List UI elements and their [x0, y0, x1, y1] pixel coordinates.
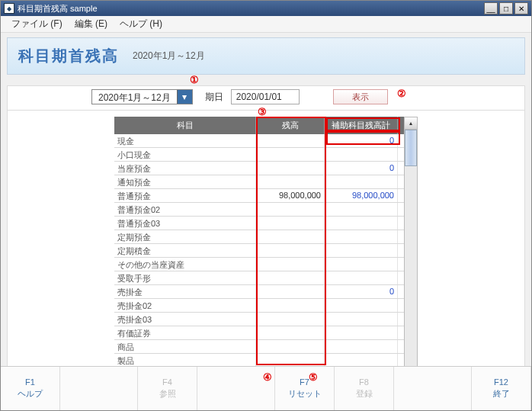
cell-account: 現金 [114, 134, 256, 147]
cell-account: 当座預金 [114, 162, 256, 175]
table-row[interactable]: 売掛金0 [114, 285, 404, 299]
cell-balance[interactable] [256, 285, 325, 298]
cell-account: 製品 [114, 354, 256, 366]
v-scroll-up-icon[interactable]: ▴ [405, 117, 417, 130]
cell-sub-balance [325, 326, 398, 339]
fkey-num: F4 [162, 377, 172, 387]
table-row[interactable]: 普通預金03 [114, 217, 404, 230]
window-title: 科目期首残高 sample [18, 3, 484, 14]
cell-balance[interactable] [256, 299, 325, 312]
cell-sub-balance [325, 299, 398, 312]
menu-help[interactable]: ヘルプ (H) [114, 16, 168, 32]
page-subtitle: 2020年1月～12月 [133, 50, 205, 63]
fkey-label: 終了 [493, 388, 510, 400]
cell-balance[interactable] [256, 230, 325, 243]
cell-account: 有価証券 [114, 326, 256, 339]
annotation-1: ① [190, 74, 199, 85]
v-scroll-thumb[interactable] [405, 130, 417, 166]
cell-account: 定期積金 [114, 244, 256, 257]
table-row[interactable]: 受取手形 [114, 271, 404, 285]
table-area: ③ 科目 残高 補助科目残高計 現金0小口現金当座預金0通知預金普通預金98,0… [7, 110, 525, 366]
menu-edit[interactable]: 編集 (E) [69, 16, 114, 32]
cell-account: 普通預金02 [114, 203, 256, 216]
cell-balance[interactable] [256, 326, 325, 339]
show-button[interactable]: 表示 [333, 89, 388, 104]
table-row[interactable]: 商品 [114, 340, 404, 354]
titlebar: ◆ 科目期首残高 sample __ □ ✕ [1, 1, 531, 16]
menu-file[interactable]: ファイル (F) [5, 16, 69, 32]
table-row[interactable]: 売掛金02 [114, 299, 404, 313]
cell-balance[interactable] [256, 148, 325, 161]
cell-sub-balance: 0 [325, 162, 398, 175]
cell-sub-balance [325, 258, 398, 271]
cell-balance[interactable]: 98,000,000 [256, 189, 325, 202]
grid-header: 科目 残高 補助科目残高計 [114, 117, 404, 134]
table-row[interactable]: 売掛金03 [114, 313, 404, 326]
period-dropdown-icon[interactable]: ▾ [177, 90, 192, 104]
cell-balance[interactable] [256, 244, 325, 257]
cell-balance[interactable] [256, 354, 325, 366]
function-key-bar: F1 ヘルプ F4 参照 ④ F7 リセット ⑤ F8 登録 F12 終了 [1, 366, 531, 410]
cell-sub-balance [325, 217, 398, 230]
table-row[interactable]: 有価証券 [114, 326, 404, 340]
date-input[interactable]: 2020/01/01 [231, 89, 300, 104]
fkey-f7[interactable]: F7 リセット [275, 367, 335, 410]
col-header-account: 科目 [114, 117, 256, 134]
v-scroll-track[interactable] [405, 166, 417, 366]
fkey-f8: F8 登録 [335, 367, 394, 410]
table-row[interactable]: 製品 [114, 354, 404, 366]
cell-sub-balance: 0 [325, 285, 398, 298]
table-row[interactable]: 定期預金 [114, 230, 404, 244]
table-row[interactable]: その他の当座資産 [114, 258, 404, 271]
table-row[interactable]: 普通預金98,000,00098,000,000 [114, 189, 404, 203]
cell-account: 定期預金 [114, 230, 256, 243]
fkey-label: 登録 [356, 388, 373, 400]
col-header-balance: 残高 [256, 117, 325, 134]
fkey-f4: F4 参照 [138, 367, 197, 410]
content-area: 科目期首残高 2020年1月～12月 ① ② 2020年1月～12月 ▾ 期日 … [1, 33, 531, 366]
page-title: 科目期首残高 [18, 46, 119, 66]
cell-account: 普通預金03 [114, 217, 256, 230]
cell-balance[interactable] [256, 203, 325, 216]
close-button[interactable]: ✕ [514, 2, 528, 14]
table-row[interactable]: 普通預金02 [114, 203, 404, 217]
col-header-sub-balance: 補助科目残高計 [325, 117, 398, 134]
table-row[interactable]: 当座預金0 [114, 162, 404, 175]
cell-balance[interactable] [256, 258, 325, 271]
cell-balance[interactable] [256, 134, 325, 147]
cell-balance[interactable] [256, 271, 325, 284]
table-row[interactable]: 現金0 [114, 134, 404, 148]
fkey-num: F7 [300, 377, 309, 387]
cell-account: 受取手形 [114, 271, 256, 284]
fkey-label: リセット [288, 388, 322, 400]
grid-main: 科目 残高 補助科目残高計 現金0小口現金当座預金0通知預金普通預金98,000… [114, 117, 404, 366]
cell-balance[interactable] [256, 217, 325, 230]
cell-balance[interactable] [256, 313, 325, 326]
cell-sub-balance [325, 230, 398, 243]
fkey-f1[interactable]: F1 ヘルプ [1, 367, 60, 410]
minimize-button[interactable]: __ [484, 2, 498, 14]
cell-sub-balance [325, 244, 398, 257]
maximize-button[interactable]: □ [499, 2, 513, 14]
app-window: ◆ 科目期首残高 sample __ □ ✕ ファイル (F) 編集 (E) ヘ… [0, 0, 532, 411]
cell-account: 商品 [114, 340, 256, 353]
cell-sub-balance [325, 175, 398, 188]
v-scrollbar[interactable]: ▴ ▾ [404, 117, 418, 366]
cell-balance[interactable] [256, 340, 325, 353]
table-row[interactable]: 定期積金 [114, 244, 404, 258]
period-select[interactable]: 2020年1月～12月 ▾ [91, 89, 193, 104]
table-row[interactable]: 小口現金 [114, 148, 404, 162]
cell-sub-balance [325, 148, 398, 161]
grid: 科目 残高 補助科目残高計 現金0小口現金当座預金0通知預金普通預金98,000… [114, 117, 418, 366]
cell-sub-balance [325, 271, 398, 284]
fkey-f12[interactable]: F12 終了 [472, 367, 531, 410]
table-row[interactable]: 通知預金 [114, 175, 404, 189]
cell-sub-balance: 98,000,000 [325, 189, 398, 202]
cell-balance[interactable] [256, 175, 325, 188]
period-value: 2020年1月～12月 [92, 90, 177, 104]
filter-bar: 2020年1月～12月 ▾ 期日 2020/01/01 表示 [7, 85, 525, 111]
date-label: 期日 [205, 91, 223, 104]
cell-sub-balance: 0 [325, 134, 398, 147]
cell-balance[interactable] [256, 162, 325, 175]
fkey-num: F1 [25, 377, 35, 387]
